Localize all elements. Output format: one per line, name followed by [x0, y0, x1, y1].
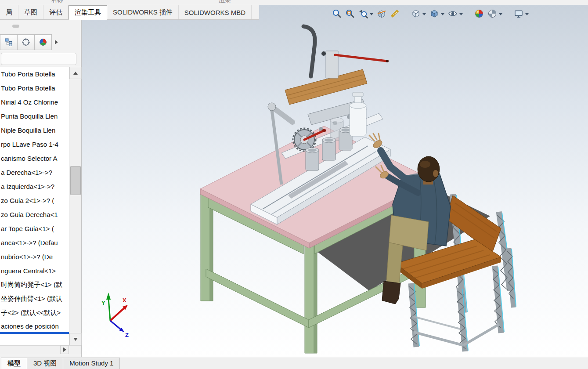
arrow-up-icon	[73, 72, 78, 75]
edit-appearance-button[interactable]	[473, 7, 486, 20]
heads-up-view-toolbar	[330, 7, 530, 20]
tree-item[interactable]: aciones de posición	[0, 320, 69, 334]
chair-brace	[463, 324, 499, 345]
tree-horizontal-scrollbar[interactable]	[0, 345, 81, 354]
section-view-icon	[377, 9, 386, 18]
eye-icon	[448, 9, 458, 18]
clipped-label-render: 渲染	[219, 0, 231, 4]
table-shelf-rail-left[interactable]	[206, 269, 309, 328]
color-wheel-icon	[38, 37, 48, 47]
section-view-button[interactable]	[375, 7, 388, 20]
crosshair-icon	[21, 37, 31, 47]
zoom-to-fit-button[interactable]	[330, 7, 343, 20]
document-tab-bar: 模型 3D 视图 Motion Study 1	[0, 357, 588, 369]
previous-view-button[interactable]	[357, 7, 370, 20]
y-axis-arrow	[106, 293, 111, 300]
tree-item[interactable]: rpo LLave Paso 1-4	[0, 137, 69, 151]
tree-item[interactable]: Nirial 4 Oz Chlorine	[0, 95, 69, 109]
scroll-right-button[interactable]	[60, 345, 69, 354]
chair-brace	[412, 316, 462, 329]
tree-item[interactable]: Tubo Porta Botella	[0, 81, 69, 95]
ribbon-tab[interactable]: SOLIDWORKS MBD	[179, 5, 252, 19]
table-leg-front-shade	[314, 244, 317, 353]
dropdown-caret[interactable]	[499, 13, 502, 15]
dropdown-caret[interactable]	[459, 13, 463, 15]
feature-tree-icon	[4, 37, 14, 47]
machine-pivot	[321, 51, 326, 56]
scroll-up-button[interactable]	[69, 67, 82, 79]
orientation-triad: Y X Z	[101, 293, 129, 338]
apply-scene-icon	[487, 9, 497, 18]
panel-tab-overflow-button[interactable]	[51, 34, 61, 50]
tree-vertical-scrollbar[interactable]	[69, 67, 81, 345]
command-manager-tabs: 局 草图 评估 渲染工具 SOLIDWORKS 插件 SOLIDWORKS MB…	[0, 5, 259, 20]
tree-item[interactable]: ar Tope Guia<1> (	[0, 221, 69, 235]
tree-item[interactable]: 坐姿伸曲臂<1> (默认	[0, 292, 69, 306]
displaymanager-tab[interactable]	[34, 34, 52, 50]
panel-splitter-handle[interactable]	[12, 25, 19, 28]
measure-button[interactable]	[388, 7, 401, 20]
tree-item[interactable]: Punta Boquilla Llen	[0, 109, 69, 123]
tree-item[interactable]: anca<1>->? (Defau	[0, 235, 69, 250]
red-rod-tip	[386, 60, 389, 62]
view-orientation-icon	[411, 9, 421, 18]
chevron-right-icon	[55, 40, 58, 44]
tree-item[interactable]: Tubo Porta Botella	[0, 67, 69, 81]
view-orientation-button[interactable]	[409, 7, 422, 20]
apply-scene-button[interactable]	[486, 7, 499, 20]
cup-2[interactable]	[322, 137, 335, 160]
view-settings-button[interactable]	[512, 7, 525, 20]
propertymanager-tab[interactable]	[17, 34, 35, 50]
dropdown-caret[interactable]	[441, 13, 444, 15]
document-tab[interactable]: Motion Study 1	[63, 358, 120, 369]
dropdown-caret[interactable]	[422, 13, 426, 15]
clipped-label-name: 名称	[51, 0, 63, 4]
mannequin-ear	[433, 170, 438, 177]
dropdown-caret[interactable]	[525, 13, 529, 15]
machine-arm-joint	[268, 103, 276, 111]
tree-item[interactable]: nguera Central<1>	[0, 264, 69, 278]
bottle[interactable]	[350, 92, 366, 136]
ribbon-tab[interactable]: 草图	[18, 5, 43, 19]
clipped-toolbar-row: 名称 渲染	[0, 0, 588, 5]
z-axis-label: Z	[125, 332, 129, 338]
measure-icon	[390, 9, 400, 18]
mannequin-head[interactable]	[418, 156, 440, 182]
mannequin-boot[interactable]	[382, 281, 400, 304]
document-tab[interactable]: 3D 视图	[27, 358, 63, 369]
tree-item[interactable]: canismo Selector A	[0, 151, 69, 165]
tree-item[interactable]: a Izquierda<1>->?	[0, 179, 69, 193]
ribbon-tab[interactable]: 局	[0, 5, 18, 19]
machine-lever-handle[interactable]	[303, 26, 315, 76]
ribbon-tab[interactable]: SOLIDWORKS 插件	[107, 5, 179, 19]
featuremanager-tab[interactable]	[0, 34, 18, 50]
display-style-icon	[429, 9, 439, 18]
tree-item[interactable]: Niple Boquilla Llen	[0, 123, 69, 137]
scene-3d[interactable]: Y X Z	[82, 5, 588, 357]
display-style-button[interactable]	[428, 7, 441, 20]
machine-red-rod[interactable]	[335, 55, 387, 61]
ribbon-tab[interactable]: 评估	[43, 5, 69, 19]
hide-show-items-button[interactable]	[446, 7, 459, 20]
feature-manager-panel: Tubo Porta Botella Tubo Porta Botella Ni…	[0, 20, 81, 357]
graphics-viewport[interactable]: Y X Z	[81, 5, 588, 357]
previous-view-icon	[358, 9, 368, 18]
ribbon-tab[interactable]: 渲染工具	[69, 5, 107, 20]
document-tab[interactable]: 模型	[1, 358, 27, 369]
tree-item[interactable]: nubrio<1>->? (De	[0, 250, 69, 264]
scroll-down-button[interactable]	[69, 333, 82, 345]
dropdown-caret[interactable]	[370, 13, 373, 15]
zoom-to-area-button[interactable]	[343, 7, 357, 20]
scrollbar-thumb[interactable]	[70, 166, 81, 195]
hair-highlight	[420, 161, 430, 168]
tree-item[interactable]: 时尚简约凳子<1> (默	[0, 278, 69, 292]
chair-brace	[414, 332, 463, 345]
tree-item[interactable]: zo Guia 2<1>->? (	[0, 193, 69, 207]
monitor-icon	[514, 9, 523, 18]
cup-1[interactable]	[306, 148, 319, 170]
tree-item[interactable]: a Derecha<1>->?	[0, 165, 69, 179]
tree-item[interactable]: 子<2> (默认<<默认>	[0, 306, 69, 320]
tree-item[interactable]: zo Guia Derecha<1	[0, 207, 69, 221]
arrow-down-icon	[73, 338, 78, 341]
tree-filter-box[interactable]	[1, 53, 76, 65]
